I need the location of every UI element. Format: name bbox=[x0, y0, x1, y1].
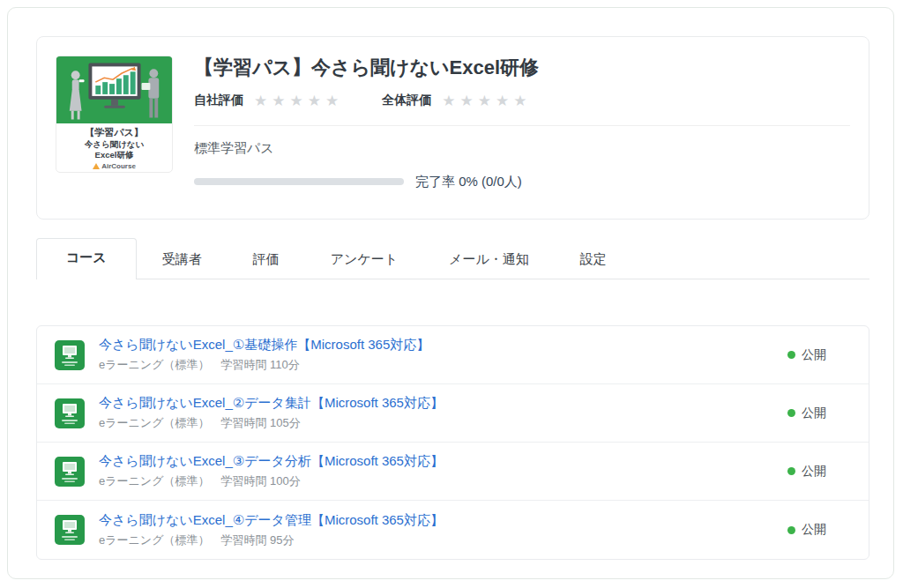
page-title: 【学習パス】今さら聞けないExcel研修 bbox=[194, 56, 850, 80]
course-row-text: 今さら聞けないExcel_①基礎操作【Microsoft 365対応】 eラーニ… bbox=[99, 337, 787, 373]
status-dot-icon bbox=[787, 526, 795, 534]
course-title-link[interactable]: 今さら聞けないExcel_④データ管理【Microsoft 365対応】 bbox=[99, 512, 444, 529]
ratings-row: 自社評価 ★★★★★ 全体評価 ★★★★★ bbox=[194, 92, 850, 110]
thumbnail-caption: 【学習パス】 今さら聞けない Excel研修 AirCourse bbox=[56, 123, 172, 171]
status-badge: 公開 bbox=[787, 406, 826, 421]
aircourse-logo: AirCourse bbox=[56, 162, 172, 171]
status-dot-icon bbox=[787, 351, 795, 359]
course-list: 今さら聞けないExcel_①基礎操作【Microsoft 365対応】 eラーニ… bbox=[36, 325, 869, 560]
tab-courses[interactable]: コース bbox=[36, 238, 137, 279]
status-label: 公開 bbox=[802, 464, 826, 480]
course-row-text: 今さら聞けないExcel_③データ分析【Microsoft 365対応】 eラー… bbox=[99, 453, 787, 489]
course-thumbnail: 【学習パス】 今さら聞けない Excel研修 AirCourse bbox=[56, 56, 173, 173]
rating-company: 自社評価 ★★★★★ bbox=[194, 92, 343, 110]
rating-overall: 全体評価 ★★★★★ bbox=[382, 92, 531, 110]
course-thumbnail-icon bbox=[55, 457, 85, 487]
status-dot-icon bbox=[787, 467, 795, 475]
rating-overall-label: 全体評価 bbox=[382, 93, 431, 108]
tab-evaluation[interactable]: 評価 bbox=[228, 241, 305, 279]
course-row: 今さら聞けないExcel_④データ管理【Microsoft 365対応】 eラー… bbox=[37, 501, 869, 559]
course-row: 今さら聞けないExcel_②データ集計【Microsoft 365対応】 eラー… bbox=[37, 384, 869, 443]
thumbnail-caption-line2: 今さら聞けない bbox=[56, 139, 172, 150]
completion-progress-bar bbox=[194, 178, 404, 185]
page-container: 【学習パス】 今さら聞けない Excel研修 AirCourse 【学習パス】今… bbox=[7, 7, 894, 579]
completion-progress-row: 完了率 0% (0/0人) bbox=[194, 174, 850, 190]
course-meta-label: eラーニング（標準） 学習時間 105分 bbox=[99, 415, 787, 431]
thumbnail-caption-line3: Excel研修 bbox=[56, 150, 172, 160]
header-info: 【学習パス】今さら聞けないExcel研修 自社評価 ★★★★★ 全体評価 ★★★… bbox=[173, 56, 850, 200]
course-thumbnail-icon bbox=[55, 398, 85, 428]
status-label: 公開 bbox=[802, 347, 826, 363]
path-type-label: 標準学習パス bbox=[194, 140, 850, 157]
course-title-link[interactable]: 今さら聞けないExcel_①基礎操作【Microsoft 365対応】 bbox=[99, 337, 429, 354]
course-meta-label: eラーニング（標準） 学習時間 100分 bbox=[99, 473, 787, 489]
aircourse-logo-text: AirCourse bbox=[101, 162, 136, 171]
status-badge: 公開 bbox=[787, 464, 826, 480]
tab-bar: コース 受講者 評価 アンケート メール・通知 設定 bbox=[36, 238, 869, 279]
course-row: 今さら聞けないExcel_①基礎操作【Microsoft 365対応】 eラーニ… bbox=[37, 326, 869, 384]
course-row-text: 今さら聞けないExcel_②データ集計【Microsoft 365対応】 eラー… bbox=[99, 395, 787, 431]
tab-learners[interactable]: 受講者 bbox=[137, 241, 228, 279]
thumbnail-illustration-icon bbox=[56, 56, 172, 123]
thumbnail-caption-line1: 【学習パス】 bbox=[56, 127, 172, 139]
course-title-link[interactable]: 今さら聞けないExcel_②データ集計【Microsoft 365対応】 bbox=[99, 395, 444, 412]
rating-company-label: 自社評価 bbox=[194, 93, 243, 108]
course-title-link[interactable]: 今さら聞けないExcel_③データ分析【Microsoft 365対応】 bbox=[99, 453, 444, 470]
completion-rate-label: 完了率 0% (0/0人) bbox=[415, 174, 522, 190]
course-meta-label: eラーニング（標準） 学習時間 95分 bbox=[99, 532, 787, 548]
status-label: 公開 bbox=[802, 406, 826, 421]
course-row: 今さら聞けないExcel_③データ分析【Microsoft 365対応】 eラー… bbox=[37, 443, 869, 501]
aircourse-logo-icon bbox=[93, 163, 100, 169]
tab-settings[interactable]: 設定 bbox=[555, 241, 632, 279]
rating-overall-stars-icon: ★★★★★ bbox=[442, 92, 531, 110]
rating-company-stars-icon: ★★★★★ bbox=[254, 92, 343, 110]
header-divider bbox=[194, 125, 850, 126]
course-thumbnail-icon bbox=[55, 340, 85, 370]
tab-mail-notifications[interactable]: メール・通知 bbox=[423, 241, 555, 279]
status-badge: 公開 bbox=[787, 522, 826, 538]
status-label: 公開 bbox=[802, 522, 826, 538]
course-thumbnail-icon bbox=[55, 515, 85, 545]
course-row-text: 今さら聞けないExcel_④データ管理【Microsoft 365対応】 eラー… bbox=[99, 512, 787, 548]
status-badge: 公開 bbox=[787, 347, 826, 363]
course-meta-label: eラーニング（標準） 学習時間 110分 bbox=[99, 357, 787, 373]
tab-survey[interactable]: アンケート bbox=[305, 241, 423, 279]
status-dot-icon bbox=[787, 409, 795, 417]
course-header-card: 【学習パス】 今さら聞けない Excel研修 AirCourse 【学習パス】今… bbox=[36, 36, 869, 220]
